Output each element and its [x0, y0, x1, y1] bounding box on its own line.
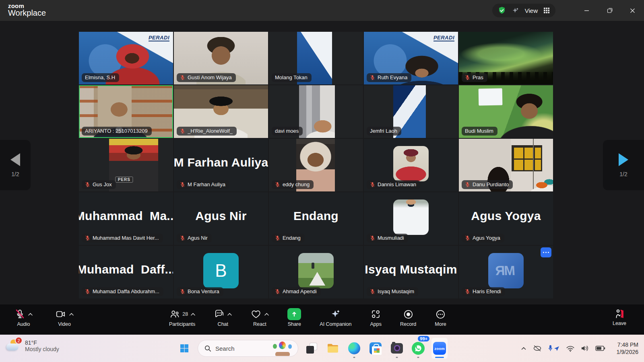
chat-button[interactable]: Chat — [214, 308, 232, 327]
hidden-icons-chevron[interactable] — [520, 345, 527, 352]
muted-mic-icon — [180, 128, 185, 134]
speaker-icon[interactable] — [581, 345, 589, 352]
minimize-button[interactable] — [575, 0, 598, 21]
participant-name: eddy chung — [283, 181, 310, 187]
chat-icon — [214, 309, 225, 319]
microsoft-store-button[interactable] — [367, 338, 384, 359]
edge-browser-button[interactable] — [346, 338, 362, 359]
muted-mic-icon — [370, 235, 375, 241]
participant-tile[interactable]: MR Haris Efendi — [459, 246, 553, 298]
participant-name: Ahmad Apendi — [283, 288, 317, 294]
next-page-arrow-icon[interactable] — [619, 153, 628, 166]
more-label: More — [435, 321, 446, 327]
audio-button[interactable]: Audio — [14, 308, 33, 327]
ai-companion-button[interactable]: AI Companion — [320, 308, 351, 327]
start-button[interactable] — [176, 340, 192, 356]
zoom-app-button[interactable]: zoom — [431, 338, 448, 359]
muted-mic-icon — [370, 289, 375, 294]
participant-tile[interactable]: Budi Muslim — [459, 85, 553, 138]
participant-name: Danu Purdianto — [473, 181, 509, 187]
participant-name: M Farhan Auliya — [188, 181, 225, 187]
participant-tile[interactable]: B Bona Ventura — [174, 246, 268, 298]
participant-tile[interactable]: Agus Nir Agus Nir — [174, 192, 268, 245]
taskbar-search[interactable]: Search — [198, 340, 298, 357]
participant-tile[interactable]: PERADI Elmisna, S.H — [79, 32, 173, 84]
edge-browser-icon — [348, 342, 360, 354]
ai-companion-icon — [330, 309, 341, 320]
participant-tile[interactable]: Isyaq Mustaqim Isyaq Mustaqim — [364, 246, 458, 298]
more-button[interactable]: More — [435, 308, 446, 327]
participant-tile[interactable]: eddy chung — [269, 139, 363, 191]
leave-button[interactable]: Leave — [613, 308, 626, 326]
participant-name-label: Jemfri Laoh — [367, 127, 401, 136]
prev-page-arrow-icon[interactable] — [10, 153, 20, 166]
participant-tile[interactable]: Gusti Anom Wijaya — [174, 32, 268, 84]
wifi-icon[interactable] — [566, 345, 575, 352]
participant-avatar — [393, 146, 429, 181]
participants-button[interactable]: 28 Participants — [169, 308, 195, 327]
muted-mic-icon — [275, 235, 280, 241]
participant-tile[interactable]: Agus Yogya Agus Yogya — [459, 192, 553, 245]
participant-tile[interactable]: Musmuliadi — [364, 192, 458, 245]
muted-mic-icon — [85, 182, 90, 187]
close-button[interactable] — [621, 0, 644, 21]
share-label: Share — [288, 321, 301, 327]
video-button[interactable]: Video — [55, 308, 74, 327]
chat-options-chevron[interactable] — [227, 313, 232, 316]
search-icon — [204, 345, 211, 352]
react-options-chevron[interactable] — [264, 313, 269, 316]
participant-tile[interactable]: PERS Gus Jox — [79, 139, 173, 191]
participant-tile[interactable]: M Farhan Auliya M Farhan Auliya — [174, 139, 268, 191]
participant-name: Molang Tokan — [275, 74, 308, 80]
participant-tile[interactable]: Pras — [459, 32, 553, 84]
audio-options-chevron[interactable] — [28, 313, 33, 316]
participant-name-label: Agus Nir — [177, 234, 212, 243]
participant-tile[interactable]: ARIYANTO : 25107013209 — [79, 85, 173, 138]
apps-button[interactable]: Apps — [370, 308, 382, 327]
participants-count: 28 — [182, 311, 188, 317]
participant-tile[interactable]: davi moes — [269, 85, 363, 138]
gallery-prev-page[interactable]: 1/2 — [0, 140, 31, 190]
participant-tile[interactable]: Ahmad Apendi — [269, 246, 363, 298]
muted-mic-icon — [465, 235, 470, 241]
ai-companion-label: AI Companion — [320, 321, 351, 327]
weather-condition: Mostly cloudy — [25, 346, 59, 352]
participant-name-label: davi moes — [272, 127, 303, 136]
participants-options-chevron[interactable] — [191, 313, 195, 316]
share-button[interactable]: Share — [287, 308, 301, 327]
file-explorer-button[interactable] — [325, 338, 341, 359]
battery-icon[interactable] — [595, 346, 605, 351]
task-view-button[interactable] — [303, 338, 320, 359]
participant-tile[interactable]: Molang Tokan — [269, 32, 363, 84]
weather-widget[interactable]: 2 81°F Mostly cloudy — [6, 339, 59, 353]
participant-tile[interactable]: _H'Rie_AloneWolf_ — [174, 85, 268, 138]
taskbar-clock[interactable]: 7:48 PM 1/9/2026 — [617, 335, 639, 362]
ai-companion-sparkle-icon[interactable] — [512, 7, 519, 14]
tile-more-options-button[interactable] — [541, 247, 551, 257]
camera-app-button[interactable] — [389, 338, 405, 359]
video-options-chevron[interactable] — [69, 313, 74, 316]
react-button[interactable]: React — [250, 308, 269, 327]
participant-tile[interactable]: PERADI Ruth Evyana — [364, 32, 458, 84]
restore-button[interactable] — [598, 0, 621, 21]
mic-location-in-use-icon[interactable] — [548, 345, 560, 352]
share-screen-icon — [287, 308, 301, 320]
zoom-workplace-window: zoom Workplace View — [0, 0, 644, 362]
search-placeholder: Search — [215, 345, 268, 352]
privacy-eye-off-icon[interactable] — [533, 345, 542, 352]
more-ellipsis-icon — [435, 309, 446, 320]
view-label: View — [525, 7, 538, 14]
participant-tile[interactable]: Muhamad Daff... Muhamad Daffa Abdurahm..… — [79, 246, 173, 298]
whatsapp-button[interactable]: 99+ — [410, 338, 426, 359]
participant-tile[interactable]: Dannis Limawan — [364, 139, 458, 191]
muted-mic-icon — [465, 289, 470, 294]
view-menu[interactable]: View — [492, 4, 555, 17]
record-button[interactable]: Record — [400, 308, 416, 327]
participant-tile[interactable]: Danu Purdianto — [459, 139, 553, 191]
security-shield-icon[interactable] — [498, 6, 506, 14]
participant-tile[interactable]: Jemfri Laoh — [364, 85, 458, 138]
participant-tile[interactable]: Muhammad Ma... Muhammad Mas Davit Her... — [79, 192, 173, 245]
participant-tile[interactable]: Endang Endang — [269, 192, 363, 245]
gallery-next-page[interactable]: 1/2 — [603, 140, 644, 190]
window-controls — [575, 0, 644, 21]
